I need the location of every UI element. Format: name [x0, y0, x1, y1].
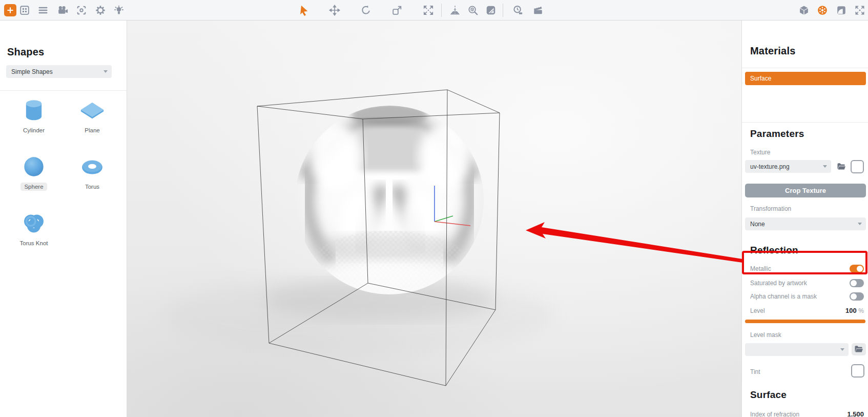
light-icon[interactable]	[113, 4, 125, 16]
focus-icon[interactable]	[75, 4, 88, 16]
texture-dropdown[interactable]: uv-texture.png	[745, 160, 831, 173]
alpha-channel-mask-toggle[interactable]	[850, 292, 864, 301]
application-window: Shapes Simple Shapes CylinderPlaneSphere…	[0, 0, 868, 417]
saturated-by-artwork-label: Saturated by artwork	[750, 280, 807, 287]
zoom-to-object-icon[interactable]	[467, 4, 479, 16]
geometry-icon[interactable]	[798, 4, 810, 16]
material-item-surface[interactable]: Surface	[745, 72, 866, 85]
toggle-knob	[857, 266, 863, 272]
render-icon[interactable]	[835, 4, 848, 16]
drop-to-floor-icon[interactable]	[449, 4, 461, 16]
3d-scene	[127, 21, 741, 417]
shapes-panel: Shapes Simple Shapes CylinderPlaneSphere…	[0, 21, 127, 417]
shape-item-label: Sphere	[20, 183, 47, 191]
shape-item-label: Plane	[81, 126, 103, 134]
level-mask-dropdown[interactable]	[745, 343, 849, 356]
shape-item-sphere[interactable]: Sphere	[8, 152, 59, 191]
shape-category-value: Simple Shapes	[11, 68, 53, 75]
chevron-down-icon	[104, 70, 108, 73]
level-value: 100 %	[845, 307, 864, 314]
index-of-refraction-label: Index of refraction	[750, 411, 799, 417]
level-mask-label: Level mask	[750, 331, 781, 339]
reflection-title: Reflection	[750, 245, 798, 256]
shapes-panel-title: Shapes	[7, 46, 44, 58]
scale-icon[interactable]	[391, 4, 403, 16]
parameters-title: Parameters	[750, 128, 804, 140]
level-slider-fill	[745, 320, 865, 323]
chevron-down-icon	[823, 165, 827, 168]
transformation-dropdown[interactable]: None	[745, 217, 866, 230]
camera-icon[interactable]	[56, 4, 69, 16]
toolbar-separator	[441, 4, 442, 17]
toggle-knob	[851, 280, 857, 286]
shape-category-dropdown[interactable]: Simple Shapes	[6, 65, 112, 78]
materials-icon[interactable]	[816, 4, 829, 16]
shape-item-label: Torus Knot	[16, 239, 52, 247]
saturated-by-artwork-toggle[interactable]	[850, 279, 864, 287]
shape-item-torus[interactable]: Torus	[67, 152, 118, 191]
level-mask-folder-button[interactable]	[852, 343, 866, 355]
crop-texture-button[interactable]: Crop Texture	[745, 184, 866, 197]
level-slider[interactable]	[745, 320, 865, 323]
settings-icon[interactable]	[94, 4, 107, 16]
sphere-shape-icon	[19, 152, 48, 181]
tint-label: Tint	[750, 368, 760, 375]
level-label: Level	[750, 307, 765, 314]
shape-item-torus-knot[interactable]: Torus Knot	[8, 209, 59, 247]
alpha-channel-mask-label: Alpha channel is a mask	[750, 293, 817, 300]
spread-icon[interactable]	[422, 4, 435, 16]
transformation-value: None	[750, 221, 765, 228]
material-item-label: Surface	[750, 75, 771, 82]
shape-item-label: Cylinder	[19, 126, 48, 134]
shape-item-cylinder[interactable]: Cylinder	[8, 96, 59, 134]
cylinder-shape-icon	[19, 96, 48, 125]
fullscreen-icon[interactable]	[854, 4, 866, 16]
toolbar-separator	[503, 4, 503, 17]
chevron-down-icon	[840, 348, 844, 351]
torus-shape-icon	[78, 152, 107, 181]
metallic-label: Metallic	[750, 265, 771, 272]
folder-open-icon	[854, 344, 864, 354]
texture-value: uv-texture.png	[750, 163, 790, 170]
menu-icon[interactable]	[37, 4, 49, 16]
torus-knot-shape-icon	[19, 209, 48, 237]
metallic-toggle[interactable]	[850, 265, 864, 273]
tint-checkbox[interactable]	[851, 364, 864, 378]
animation-icon[interactable]	[532, 4, 544, 16]
projects-icon[interactable]	[18, 4, 31, 16]
materials-panel: Materials Surface Parameters Texture uv-…	[741, 21, 868, 417]
plane-shape-icon	[78, 96, 107, 125]
texture-folder-button[interactable]	[834, 161, 849, 173]
decal-icon[interactable]	[485, 4, 497, 16]
transformation-label: Transformation	[750, 205, 791, 212]
sidebar-divider	[0, 90, 127, 91]
texture-label: Texture	[750, 149, 770, 156]
surface-title: Surface	[750, 389, 787, 401]
add-button[interactable]	[4, 4, 16, 16]
rotate-icon[interactable]	[360, 4, 372, 16]
select-icon[interactable]	[298, 4, 310, 16]
move-icon[interactable]	[328, 4, 341, 16]
chevron-down-icon	[858, 223, 862, 225]
3d-viewport[interactable]	[127, 21, 741, 417]
main-toolbar	[0, 0, 868, 21]
index-of-refraction-value: 1.500	[847, 410, 864, 417]
texture-color-swatch[interactable]	[851, 160, 864, 173]
toggle-knob	[851, 293, 857, 300]
shape-item-label: Torus	[81, 183, 103, 191]
shape-item-plane[interactable]: Plane	[67, 96, 118, 134]
materials-panel-title: Materials	[750, 45, 796, 57]
folder-open-icon	[836, 162, 846, 172]
snapshot-icon[interactable]	[512, 4, 524, 16]
